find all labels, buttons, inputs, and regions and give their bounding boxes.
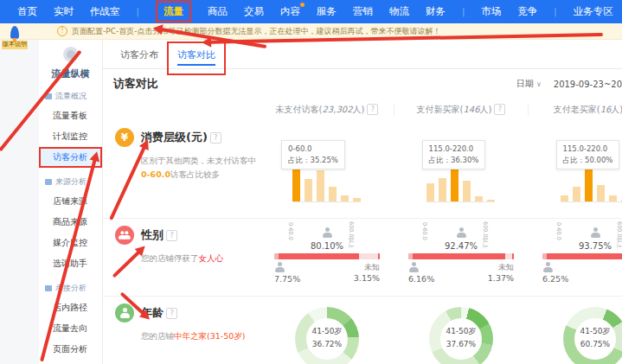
nav-item-作战室[interactable]: 作战室 [90,5,120,18]
sidebar-item-访客分析[interactable]: 访客分析 [39,147,102,168]
row-consume-level: ¥ 消费层级(元) ? 区别于其他两类，未支付访客中0-60.0访客占比较多 0… [103,121,622,218]
male-percent: 6.16% [408,274,434,284]
donut-center: 41-50岁60.75% [574,318,616,360]
male-percent: 6.25% [542,274,568,284]
tab-visitor-compare[interactable]: 访客对比 [167,42,226,75]
female-icon-area: 92.47% [408,227,514,251]
date-picker[interactable]: 日期 ∨ 2019-09-23~20 [516,78,622,90]
gender-bottom: 6.25% [542,262,622,284]
nav-item-业务专区[interactable]: 业务专区 [574,5,613,18]
column-header-支付新买家: 支付新买家(146人)? [394,104,529,116]
sidebar-item-媒介监控[interactable]: 媒介监控 [39,233,102,253]
donut-center: 41-50岁37.67% [440,318,482,360]
nav-item-财务[interactable]: 财务 [426,5,446,18]
nav-item-竞争[interactable]: 竞争 [517,5,537,18]
chart-tooltip: 0-60.0占比：35.25% [281,140,345,169]
folder-icon [45,179,52,185]
nav-item-交易[interactable]: 交易 [244,5,264,18]
age-chart-old-buyers[interactable]: 41-50岁60.75% [529,303,622,364]
female-percent: 80.10% [274,241,380,251]
age-chart-unpaid[interactable]: 41-50岁36.72% [260,303,394,364]
female-icon-area: 80.10% [274,227,380,251]
consume-chart-unpaid[interactable]: 0-60.0占比：35.25%0-60.0600.0以上 [260,128,394,218]
female-percent: 92.47% [408,241,514,251]
nav-item-流量[interactable]: 流量 [156,1,191,22]
nav-item-首页[interactable]: 首页 [17,5,37,18]
nav-item-实时[interactable]: 实时 [54,5,74,18]
gender-bar [274,253,380,259]
help-icon[interactable]: ? [210,132,221,144]
male-icon [408,262,419,272]
male-stat: 6.25% [542,262,568,284]
nav-item-营销[interactable]: 营销 [353,5,373,18]
tab-visitor-distribution[interactable]: 访客分布 [112,43,167,68]
nav-item-服务[interactable]: 服务 [317,5,337,18]
yuan-icon: ¥ [115,128,134,147]
column-header-未支付访客: 未支付访客(23,302人)? [260,104,394,116]
age-title: 年龄 [141,305,164,321]
unknown-percent: 3.15% [354,273,380,283]
gender-chart-old-buyers[interactable]: 93.75%6.25% [529,226,622,284]
sidebar-avatar[interactable] [63,47,79,62]
column-header-支付老买家: 支付老买家(16人)? [529,104,622,116]
chart-tooltip: 115.0-220.0占比：50.00% [556,140,620,169]
female-icon-area: 93.75% [542,227,622,251]
sidebar-section-header[interactable]: 承接分析 [39,279,102,297]
age-chart-new-buyers[interactable]: 41-50岁37.67% [394,303,529,364]
consume-level-title: 消费层级(元) [141,130,208,145]
consume-level-desc: 区别于其他两类，未支付访客中0-60.0访客占比较多 [141,154,262,182]
nav-item-内容[interactable]: 内容 [280,5,300,18]
help-icon[interactable]: ? [367,104,378,115]
nav-item-物流[interactable]: 物流 [389,5,409,18]
bar [561,195,568,201]
sidebar-section-header[interactable]: 来源分析 [39,173,102,191]
sidebar-item-页面分析[interactable]: 页面分析 [39,339,102,360]
bar [329,187,337,201]
consume-chart-new-buyers[interactable]: 115.0-220.0占比：36.30%0-60.0600.0以上 [394,128,529,218]
chart-tooltip: 115.0-220.0占比：36.30% [422,140,486,169]
bar [317,170,324,201]
main-panel: 访客分布 访客对比 访客对比 日期 ∨ 2019-09-23~20 未支付访客(… [103,40,622,364]
help-icon[interactable]: ? [166,230,177,241]
gender-bar [542,253,622,259]
sidebar-item-商品来源[interactable]: 商品来源 [39,212,102,233]
consume-chart-old-buyers[interactable]: 115.0-220.0占比：50.00%0-60.0600.0以上 [529,128,622,218]
version-widget[interactable]: 版本说明 [2,26,28,49]
unknown-label: 未知 [354,262,380,273]
bar [597,185,605,201]
bar [487,200,495,201]
sidebar-item-计划监控[interactable]: 计划监控 [39,126,102,147]
sidebar-section-label: 来源分析 [55,176,87,188]
sidebar-item-店铺来源[interactable]: 店铺来源 [39,191,102,212]
people-icon [115,226,134,245]
gender-bar [408,253,514,259]
donut-center-label: 41-50岁 [574,326,616,337]
tooltip-pct: 占比：50.00% [563,155,613,166]
nav-item-商品[interactable]: 商品 [208,5,228,18]
help-icon[interactable]: ? [494,104,505,115]
folder-icon [45,93,52,99]
sidebar-item-流量看板[interactable]: 流量看板 [39,105,102,126]
unknown-stat: 未知3.15% [354,262,380,284]
sidebar-item-流量去向[interactable]: 流量去向 [39,318,102,339]
sidebar-section: 流量概况流量看板计划监控访客分析 [39,87,102,168]
sidebar-item-选词助手[interactable]: 选词助手 [39,253,102,274]
bar [439,178,446,201]
notification-dot-icon [300,3,305,7]
bar [475,196,483,201]
female-icon [322,227,332,238]
sidebar-item-店内路径[interactable]: 店内路径 [39,297,102,318]
sidebar-section-header[interactable]: 流量概况 [39,87,102,105]
bar [426,183,434,201]
gender-chart-new-buyers[interactable]: 92.47%6.16%未知1.37% [394,226,529,284]
notice-text: 页面配置-PC-首页-点击分布等已检测部分数据无法显示，正在处理中，建议稍后再试… [72,26,440,37]
sidebar-item-页面配置[interactable]: 页面配置 [39,360,102,364]
gender-chart-unpaid[interactable]: 80.10%7.75%未知3.15% [260,226,394,284]
donut-center-label: 41-50岁 [440,326,482,337]
female-percent: 93.75% [542,241,622,251]
person-icon [115,303,134,322]
nav-item-市场[interactable]: 市场 [481,5,501,18]
bar [609,195,617,201]
sidebar-section: 承接分析店内路径流量去向页面分析页面配置 [39,279,102,364]
help-icon[interactable]: ? [166,308,177,319]
